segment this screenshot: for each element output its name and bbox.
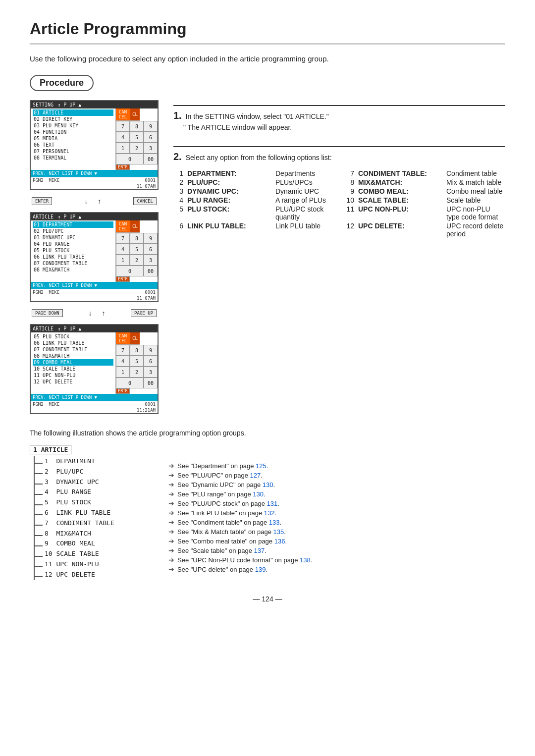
list-item[interactable]: 12 UPC DELETE — [33, 378, 113, 385]
ref-11-link[interactable]: 138 — [300, 556, 311, 564]
list-item[interactable]: 03 PLU MENU KEY — [33, 122, 113, 129]
list-item[interactable]: 06 LINK PLU TABLE — [33, 340, 113, 346]
cl-button-3[interactable]: CL — [130, 332, 140, 345]
tree-item-6: 6 LINK PLU TABLE — [35, 508, 114, 518]
tree-left: 1 ARTICLE 1 DEPARTMENT 2 PLU/UPC 3 DYNAM… — [30, 445, 149, 580]
key-7[interactable]: 7 — [116, 345, 130, 356]
key-entr[interactable]: ENTR — [116, 276, 130, 282]
page-down-button[interactable]: PAGE DOWN — [32, 309, 63, 317]
key-2[interactable]: 2 — [130, 255, 144, 266]
key-8[interactable]: 8 — [130, 121, 144, 132]
key-0[interactable]: 0 — [116, 154, 144, 164]
list-item[interactable]: 02 PLU/UPC — [33, 228, 113, 234]
key-6[interactable]: 6 — [144, 132, 158, 143]
can-button-3[interactable]: CANCEL — [116, 332, 130, 345]
key-1[interactable]: 1 — [116, 143, 130, 154]
key-6[interactable]: 6 — [144, 244, 158, 255]
key-entr[interactable]: ENTR — [116, 164, 130, 170]
list-item[interactable]: 03 DYNAMIC UPC — [33, 234, 113, 241]
key-6[interactable]: 6 — [144, 356, 158, 367]
ref-10-link[interactable]: 137 — [254, 547, 265, 554]
list-item[interactable]: 02 DIRECT KEY — [33, 116, 113, 122]
list-item[interactable]: 04 FUNCTION — [33, 129, 113, 135]
pos-screen-1: SETTING ↕ P UP ▲ 01 ARTICLE 02 DIRECT KE… — [30, 100, 159, 190]
ref-4-link[interactable]: 130 — [253, 490, 264, 498]
key-entr[interactable]: ENTR — [116, 388, 130, 394]
list-item[interactable]: 05 MEDIA — [33, 135, 113, 142]
key-00[interactable]: 00 — [144, 266, 158, 276]
ref-3-link[interactable]: 130 — [263, 481, 273, 488]
opt-desc: Scale table — [446, 196, 481, 204]
key-9[interactable]: 9 — [144, 345, 158, 356]
tree-item-4: 4 PLU RANGE — [35, 487, 114, 497]
cl-button-2[interactable]: CL — [130, 220, 140, 233]
list-item[interactable]: 08 MIX&MATCH — [33, 353, 113, 359]
key-00[interactable]: 00 — [144, 154, 158, 164]
list-item[interactable]: 11 UPC NON-PLU — [33, 372, 113, 378]
key-8[interactable]: 8 — [130, 233, 144, 244]
key-4[interactable]: 4 — [116, 356, 130, 367]
opt-name: DYNAMIC UPC: — [187, 187, 271, 195]
key-8[interactable]: 8 — [130, 345, 144, 356]
key-3[interactable]: 3 — [144, 367, 158, 378]
key-0[interactable]: 0 — [116, 266, 144, 276]
screen2-code: 0001 — [145, 290, 156, 295]
screen1-body: 01 ARTICLE 02 DIRECT KEY 03 PLU MENU KEY… — [31, 108, 158, 170]
ref-1-link[interactable]: 125 — [256, 462, 267, 470]
key-4[interactable]: 4 — [116, 132, 130, 143]
key-4[interactable]: 4 — [116, 244, 130, 255]
opt-num: 3 — [173, 187, 183, 195]
list-item[interactable]: 07 PERSONNEL — [33, 148, 113, 155]
cancel-button[interactable]: CANCEL — [133, 197, 157, 205]
list-item[interactable]: 09 COMBO MEAL — [33, 359, 113, 366]
ref-8-link[interactable]: 135 — [273, 528, 284, 536]
ref-11-text: See "UPC Non-PLU code format" on page 13… — [177, 556, 312, 564]
list-item[interactable]: 07 CONDIMENT TABLE — [33, 346, 113, 353]
key-5[interactable]: 5 — [130, 356, 144, 367]
key-2[interactable]: 2 — [130, 143, 144, 154]
option-8: 8 MIX&MATCH: Mix & match table — [344, 178, 505, 186]
ref-12-link[interactable]: 139 — [255, 566, 266, 573]
arrow-right-icon: ➔ — [168, 462, 174, 470]
key-5[interactable]: 5 — [130, 132, 144, 143]
key-2[interactable]: 2 — [130, 367, 144, 378]
list-item[interactable]: 01 ARTICLE — [33, 109, 113, 116]
ref-2-link[interactable]: 127 — [250, 472, 261, 479]
can-button[interactable]: CANCEL — [116, 108, 130, 121]
key-00[interactable]: 00 — [144, 378, 158, 388]
list-item[interactable]: 07 CONDIMENT TABLE — [33, 260, 113, 267]
ref-5-link[interactable]: 131 — [267, 500, 278, 507]
ref-6-link[interactable]: 132 — [264, 509, 275, 517]
ref-7-link[interactable]: 133 — [269, 519, 280, 526]
key-3[interactable]: 3 — [144, 255, 158, 266]
page-up-button[interactable]: PAGE UP — [131, 309, 157, 317]
article-tree: 1 ARTICLE 1 DEPARTMENT 2 PLU/UPC 3 DYNAM… — [30, 445, 505, 580]
key-0[interactable]: 0 — [116, 378, 144, 388]
list-item[interactable]: 01 DEPARTMENT — [33, 221, 113, 228]
opt-desc: Combo meal table — [446, 187, 503, 195]
enter-button[interactable]: ENTER — [32, 197, 52, 205]
list-item[interactable]: 06 LINK PLU TABLE — [33, 254, 113, 260]
key-7[interactable]: 7 — [116, 121, 130, 132]
list-item[interactable]: 08 MIX&MATCH — [33, 267, 113, 273]
nav-buttons-2: PAGE DOWN ↓ ↑ PAGE UP — [30, 307, 159, 319]
key-9[interactable]: 9 — [144, 121, 158, 132]
intro-text: Use the following procedure to select an… — [30, 54, 505, 63]
ref-9-link[interactable]: 136 — [274, 538, 285, 545]
ref-5-text: See "PLU/UPC stock" on page 131. — [177, 500, 279, 507]
key-1[interactable]: 1 — [116, 255, 130, 266]
list-item[interactable]: 06 TEXT — [33, 142, 113, 148]
opt-num: 11 — [344, 205, 354, 221]
list-item[interactable]: 08 TERMINAL — [33, 155, 113, 161]
list-item[interactable]: 04 PLU RANGE — [33, 241, 113, 247]
cl-button[interactable]: CL — [130, 108, 140, 121]
can-button-2[interactable]: CANCEL — [116, 220, 130, 233]
key-5[interactable]: 5 — [130, 244, 144, 255]
list-item[interactable]: 05 PLU STOCK — [33, 333, 113, 340]
key-1[interactable]: 1 — [116, 367, 130, 378]
list-item[interactable]: 10 SCALE TABLE — [33, 366, 113, 372]
key-7[interactable]: 7 — [116, 233, 130, 244]
key-9[interactable]: 9 — [144, 233, 158, 244]
key-3[interactable]: 3 — [144, 143, 158, 154]
list-item[interactable]: 05 PLU STOCK — [33, 247, 113, 254]
